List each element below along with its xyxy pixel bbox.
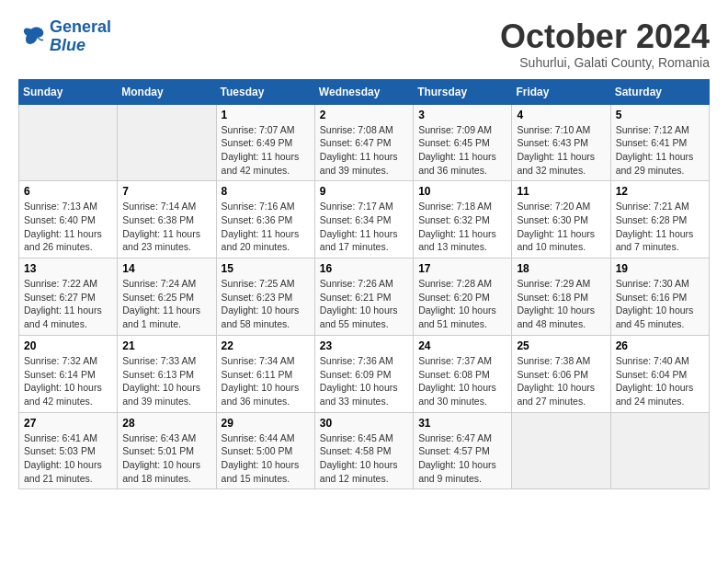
calendar-cell: 6Sunrise: 7:13 AM Sunset: 6:40 PM Daylig… [19,181,118,259]
calendar-week-1: 1Sunrise: 7:07 AM Sunset: 6:49 PM Daylig… [19,104,710,181]
day-number: 11 [517,185,605,198]
column-header-saturday: Saturday [610,79,709,104]
calendar-cell: 31Sunrise: 6:47 AM Sunset: 4:57 PM Dayli… [414,412,512,489]
day-info: Sunrise: 6:41 AM Sunset: 5:03 PM Dayligh… [24,431,112,486]
calendar-cell: 8Sunrise: 7:16 AM Sunset: 6:36 PM Daylig… [216,181,314,259]
day-number: 3 [418,109,506,121]
calendar-cell: 14Sunrise: 7:24 AM Sunset: 6:25 PM Dayli… [118,259,216,336]
day-info: Sunrise: 7:32 AM Sunset: 6:14 PM Dayligh… [24,354,112,408]
day-info: Sunrise: 7:07 AM Sunset: 6:49 PM Dayligh… [222,123,310,178]
calendar-week-3: 13Sunrise: 7:22 AM Sunset: 6:27 PM Dayli… [19,259,710,336]
day-number: 1 [222,109,310,121]
day-number: 5 [616,109,704,121]
day-number: 26 [616,339,704,352]
calendar-cell [118,104,216,181]
day-number: 12 [616,185,704,198]
day-number: 10 [418,185,506,198]
day-number: 15 [222,262,310,275]
day-number: 13 [24,262,112,275]
calendar-cell: 12Sunrise: 7:21 AM Sunset: 6:28 PM Dayli… [610,181,709,259]
calendar-cell: 5Sunrise: 7:12 AM Sunset: 6:41 PM Daylig… [610,104,709,181]
day-number: 14 [122,262,210,275]
day-number: 16 [320,262,408,275]
day-info: Sunrise: 6:45 AM Sunset: 4:58 PM Dayligh… [320,431,408,486]
calendar-cell: 4Sunrise: 7:10 AM Sunset: 6:43 PM Daylig… [512,104,610,181]
calendar-cell: 28Sunrise: 6:43 AM Sunset: 5:01 PM Dayli… [118,412,216,489]
day-number: 17 [418,262,506,275]
day-info: Sunrise: 7:08 AM Sunset: 6:47 PM Dayligh… [320,123,408,178]
day-info: Sunrise: 7:33 AM Sunset: 6:13 PM Dayligh… [122,354,210,408]
calendar-cell: 16Sunrise: 7:26 AM Sunset: 6:21 PM Dayli… [314,259,413,336]
day-info: Sunrise: 6:43 AM Sunset: 5:01 PM Dayligh… [122,431,210,486]
calendar-cell: 7Sunrise: 7:14 AM Sunset: 6:38 PM Daylig… [118,181,216,259]
day-info: Sunrise: 7:17 AM Sunset: 6:34 PM Dayligh… [320,200,408,254]
calendar-cell: 29Sunrise: 6:44 AM Sunset: 5:00 PM Dayli… [216,412,314,489]
calendar-cell: 17Sunrise: 7:28 AM Sunset: 6:20 PM Dayli… [414,259,512,336]
day-number: 28 [122,417,210,430]
day-info: Sunrise: 7:29 AM Sunset: 6:18 PM Dayligh… [517,277,605,331]
calendar-cell: 20Sunrise: 7:32 AM Sunset: 6:14 PM Dayli… [19,335,118,412]
day-info: Sunrise: 7:22 AM Sunset: 6:27 PM Dayligh… [24,277,112,331]
day-number: 19 [616,262,704,275]
day-info: Sunrise: 7:40 AM Sunset: 6:04 PM Dayligh… [616,354,704,408]
day-number: 30 [320,417,408,430]
calendar-cell: 21Sunrise: 7:33 AM Sunset: 6:13 PM Dayli… [118,335,216,412]
day-info: Sunrise: 7:37 AM Sunset: 6:08 PM Dayligh… [418,354,506,408]
calendar-cell: 3Sunrise: 7:09 AM Sunset: 6:45 PM Daylig… [414,104,512,181]
day-info: Sunrise: 7:20 AM Sunset: 6:30 PM Dayligh… [517,200,605,254]
day-number: 18 [517,262,605,275]
day-number: 2 [320,109,408,121]
day-number: 22 [222,339,310,352]
calendar-week-2: 6Sunrise: 7:13 AM Sunset: 6:40 PM Daylig… [19,181,710,259]
calendar-header-row: SundayMondayTuesdayWednesdayThursdayFrid… [19,79,710,104]
day-number: 29 [222,417,310,430]
calendar-cell [19,104,118,181]
day-info: Sunrise: 6:47 AM Sunset: 4:57 PM Dayligh… [418,431,506,486]
calendar-cell: 9Sunrise: 7:17 AM Sunset: 6:34 PM Daylig… [314,181,413,259]
day-info: Sunrise: 7:14 AM Sunset: 6:38 PM Dayligh… [122,200,210,254]
calendar-cell: 26Sunrise: 7:40 AM Sunset: 6:04 PM Dayli… [610,335,709,412]
day-info: Sunrise: 7:34 AM Sunset: 6:11 PM Dayligh… [222,354,310,408]
day-number: 25 [517,339,605,352]
day-info: Sunrise: 7:18 AM Sunset: 6:32 PM Dayligh… [418,200,506,254]
calendar-table: SundayMondayTuesdayWednesdayThursdayFrid… [18,79,710,490]
title-block: October 2024 Suhurlui, Galati County, Ro… [500,18,710,70]
day-info: Sunrise: 7:16 AM Sunset: 6:36 PM Dayligh… [222,200,310,254]
day-number: 8 [222,185,310,198]
day-info: Sunrise: 7:28 AM Sunset: 6:20 PM Dayligh… [418,277,506,331]
logo: General Blue [18,18,111,55]
day-number: 20 [24,339,112,352]
column-header-wednesday: Wednesday [314,79,413,104]
day-info: Sunrise: 7:26 AM Sunset: 6:21 PM Dayligh… [320,277,408,331]
calendar-cell: 10Sunrise: 7:18 AM Sunset: 6:32 PM Dayli… [414,181,512,259]
calendar-cell: 27Sunrise: 6:41 AM Sunset: 5:03 PM Dayli… [19,412,118,489]
column-header-thursday: Thursday [414,79,512,104]
logo-text: General Blue [50,18,111,55]
calendar-cell [512,412,610,489]
page-header: General Blue October 2024 Suhurlui, Gala… [18,18,710,70]
calendar-week-4: 20Sunrise: 7:32 AM Sunset: 6:14 PM Dayli… [19,335,710,412]
day-info: Sunrise: 7:09 AM Sunset: 6:45 PM Dayligh… [418,123,506,178]
day-number: 27 [24,417,112,430]
calendar-cell: 19Sunrise: 7:30 AM Sunset: 6:16 PM Dayli… [610,259,709,336]
day-number: 9 [320,185,408,198]
day-info: Sunrise: 7:36 AM Sunset: 6:09 PM Dayligh… [320,354,408,408]
calendar-cell [610,412,709,489]
day-number: 7 [122,185,210,198]
calendar-cell: 18Sunrise: 7:29 AM Sunset: 6:18 PM Dayli… [512,259,610,336]
calendar-cell: 2Sunrise: 7:08 AM Sunset: 6:47 PM Daylig… [314,104,413,181]
calendar-cell: 13Sunrise: 7:22 AM Sunset: 6:27 PM Dayli… [19,259,118,336]
day-info: Sunrise: 7:13 AM Sunset: 6:40 PM Dayligh… [24,200,112,254]
calendar-week-5: 27Sunrise: 6:41 AM Sunset: 5:03 PM Dayli… [19,412,710,489]
day-info: Sunrise: 7:10 AM Sunset: 6:43 PM Dayligh… [517,123,605,178]
calendar-cell: 22Sunrise: 7:34 AM Sunset: 6:11 PM Dayli… [216,335,314,412]
day-number: 6 [24,185,112,198]
day-info: Sunrise: 7:24 AM Sunset: 6:25 PM Dayligh… [122,277,210,331]
month-title: October 2024 [500,18,710,55]
day-number: 24 [418,339,506,352]
day-info: Sunrise: 7:38 AM Sunset: 6:06 PM Dayligh… [517,354,605,408]
calendar-cell: 1Sunrise: 7:07 AM Sunset: 6:49 PM Daylig… [216,104,314,181]
day-info: Sunrise: 7:21 AM Sunset: 6:28 PM Dayligh… [616,200,704,254]
day-number: 4 [517,109,605,121]
calendar-cell: 11Sunrise: 7:20 AM Sunset: 6:30 PM Dayli… [512,181,610,259]
